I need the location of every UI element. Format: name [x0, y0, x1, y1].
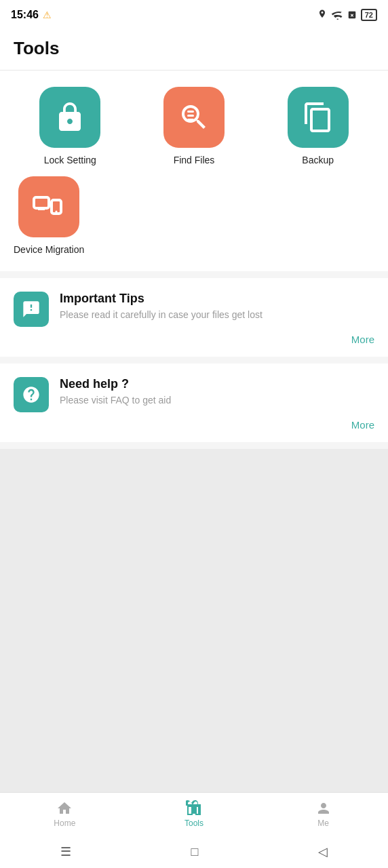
find-files-icon-wrap [163, 87, 225, 148]
home-nav-icon [56, 800, 73, 816]
status-left: 15:46 ⚠ [11, 9, 52, 21]
exclamation-chat-icon [22, 300, 41, 319]
lock-setting-icon-wrap [39, 87, 100, 148]
nav-tools[interactable]: Tools [130, 800, 259, 828]
backup-icon-wrap [288, 87, 349, 148]
svg-point-6 [56, 210, 58, 212]
important-tips-card: Important Tips Please read it carefully … [0, 278, 388, 357]
tools-nav-icon [186, 800, 202, 816]
important-tips-subtitle: Please read it carefully in case your fi… [60, 309, 374, 322]
need-help-inner: Need help ? Please visit FAQ to get aid [14, 377, 374, 412]
tools-row2: Device Migration [14, 176, 374, 255]
nav-home[interactable]: Home [0, 800, 130, 828]
battery-indicator: 72 [361, 9, 377, 21]
page-title-bar: Tools [0, 30, 388, 71]
menu-button[interactable]: ☰ [60, 844, 71, 859]
status-right: 72 [317, 9, 377, 21]
location-icon [317, 9, 327, 21]
search-file-icon [178, 101, 210, 134]
copy-icon [302, 101, 334, 134]
nav-tools-label: Tools [185, 818, 203, 828]
find-files-label: Find Files [174, 155, 215, 165]
tool-device-migration[interactable]: Device Migration [14, 176, 84, 255]
tool-backup[interactable]: Backup [261, 87, 374, 165]
svg-rect-3 [34, 197, 49, 208]
me-nav-icon [315, 800, 332, 816]
question-icon [22, 385, 41, 404]
important-tips-more[interactable]: More [14, 334, 374, 346]
status-bar: 15:46 ⚠ 72 [0, 0, 388, 30]
svg-rect-1 [187, 115, 194, 117]
important-tips-text: Important Tips Please read it carefully … [60, 292, 374, 322]
nav-me-label: Me [317, 818, 329, 828]
device-migrate-icon [33, 191, 65, 223]
system-nav-bar: ☰ □ ◁ [0, 835, 388, 868]
nav-home-label: Home [54, 818, 75, 828]
svg-rect-2 [187, 111, 194, 113]
sim-icon [347, 10, 357, 20]
tool-find-files[interactable]: Find Files [138, 87, 251, 165]
tools-section: Lock Setting Find Files Backup [0, 71, 388, 271]
important-tips-title: Important Tips [60, 292, 374, 306]
need-help-title: Need help ? [60, 377, 374, 391]
important-tips-icon-wrap [14, 292, 49, 327]
important-tips-more-link[interactable]: More [351, 334, 374, 345]
gray-fill-area [0, 449, 388, 792]
lock-icon [54, 101, 86, 134]
need-help-more-link[interactable]: More [351, 419, 374, 431]
lock-setting-label: Lock Setting [44, 155, 96, 165]
back-button[interactable]: ◁ [318, 844, 328, 859]
status-time: 15:46 [11, 9, 39, 21]
need-help-more[interactable]: More [14, 419, 374, 431]
need-help-subtitle: Please visit FAQ to get aid [60, 394, 374, 408]
backup-label: Backup [302, 155, 334, 165]
device-migration-icon-wrap [18, 176, 79, 237]
device-migration-label: Device Migration [14, 244, 84, 255]
home-button[interactable]: □ [191, 845, 199, 859]
tool-lock-setting[interactable]: Lock Setting [14, 87, 127, 165]
need-help-text: Need help ? Please visit FAQ to get aid [60, 377, 374, 408]
page-title: Tools [14, 38, 374, 59]
important-tips-inner: Important Tips Please read it carefully … [14, 292, 374, 327]
tools-grid: Lock Setting Find Files Backup [14, 87, 374, 165]
need-help-icon-wrap [14, 377, 49, 412]
alert-icon: ⚠ [43, 9, 52, 20]
nav-me[interactable]: Me [258, 800, 388, 828]
wifi-icon [331, 10, 343, 20]
need-help-card: Need help ? Please visit FAQ to get aid … [0, 363, 388, 442]
svg-rect-0 [187, 119, 194, 121]
svg-rect-4 [38, 208, 45, 210]
bottom-nav: Home Tools Me [0, 792, 388, 835]
